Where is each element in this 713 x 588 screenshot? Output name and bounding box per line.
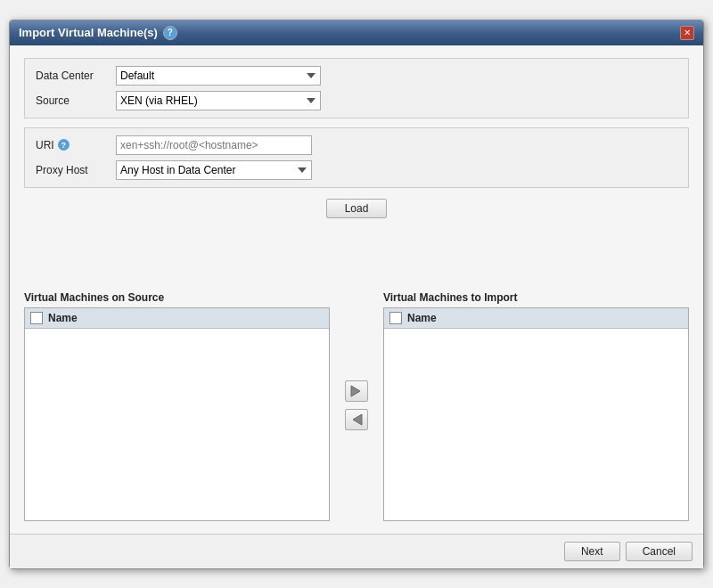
vm-import-checkbox[interactable]	[389, 312, 402, 324]
dialog-body: Data Center Default DC1 DC2 Source XEN (…	[10, 45, 703, 534]
uri-label: URI ?	[36, 139, 116, 151]
proxy-host-label: Proxy Host	[36, 164, 116, 176]
spacer	[24, 229, 689, 282]
uri-row: URI ?	[36, 135, 677, 155]
svg-marker-0	[351, 386, 360, 396]
load-button[interactable]: Load	[326, 199, 388, 218]
vm-import-list: Name	[383, 307, 689, 521]
vm-import-header: Name	[384, 308, 688, 329]
vm-import-name-col: Name	[407, 312, 437, 324]
uri-input[interactable]	[116, 135, 312, 155]
vm-source-body	[25, 329, 329, 518]
transfer-back-button[interactable]	[345, 409, 368, 430]
source-row: Source XEN (via RHEL) VMware KVM	[36, 91, 677, 110]
vm-source-checkbox[interactable]	[30, 312, 43, 324]
cancel-button[interactable]: Cancel	[626, 542, 693, 561]
vm-source-header: Name	[25, 308, 329, 329]
vm-import-panel: Virtual Machines to Import Name	[383, 291, 689, 521]
vm-import-title: Virtual Machines to Import	[383, 291, 689, 304]
proxy-host-select[interactable]: Any Host in Data Center Host 1 Host 2	[116, 160, 312, 180]
vm-source-title: Virtual Machines on Source	[24, 291, 330, 304]
vm-import-body	[384, 329, 688, 518]
next-button[interactable]: Next	[564, 542, 620, 561]
vm-source-name-col: Name	[48, 312, 78, 324]
proxy-host-row: Proxy Host Any Host in Data Center Host …	[36, 160, 677, 180]
data-center-label: Data Center	[36, 69, 116, 82]
dialog-footer: Next Cancel	[10, 534, 703, 568]
uri-section: URI ? Proxy Host Any Host in Data Center…	[24, 127, 689, 188]
data-center-select[interactable]: Default DC1 DC2	[116, 66, 321, 86]
source-select[interactable]: XEN (via RHEL) VMware KVM	[116, 91, 321, 110]
datacenter-source-section: Data Center Default DC1 DC2 Source XEN (…	[24, 58, 689, 118]
data-center-row: Data Center Default DC1 DC2	[36, 66, 677, 86]
svg-marker-1	[353, 414, 362, 425]
dialog-titlebar: Import Virtual Machine(s) ? ✕	[10, 20, 703, 45]
vm-source-panel: Virtual Machines on Source Name	[24, 291, 330, 521]
import-vm-dialog: Import Virtual Machine(s) ? ✕ Data Cente…	[9, 20, 704, 569]
transfer-buttons	[339, 291, 374, 430]
dialog-title: Import Virtual Machine(s)	[19, 26, 158, 39]
transfer-forward-button[interactable]	[345, 380, 368, 402]
vm-source-list: Name	[24, 307, 330, 521]
load-btn-row: Load	[24, 199, 689, 218]
titlebar-left: Import Virtual Machine(s) ?	[19, 26, 177, 40]
title-help-icon[interactable]: ?	[163, 26, 177, 40]
vm-panels: Virtual Machines on Source Name	[24, 291, 689, 521]
source-label: Source	[36, 94, 116, 107]
close-button[interactable]: ✕	[680, 26, 694, 40]
uri-help-icon[interactable]: ?	[58, 139, 70, 151]
